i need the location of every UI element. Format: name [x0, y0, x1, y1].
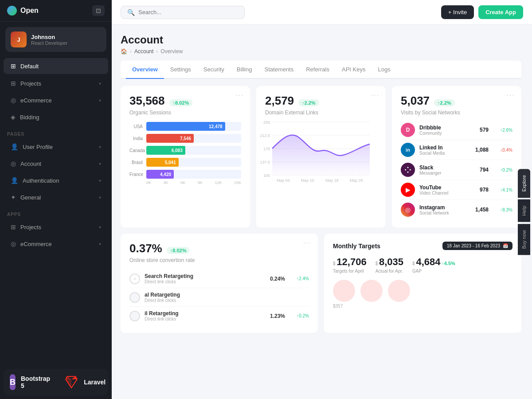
chevron-down-icon2: ▾ — [99, 98, 101, 103]
stat-more-1[interactable]: ··· — [235, 91, 244, 99]
stats-grid: ··· 35,568 ↑8.02% Organic Sessions USA 1… — [121, 86, 521, 227]
explore-panel[interactable]: Explore — [518, 169, 530, 198]
sidebar-item-ecommerce[interactable]: ◎ eCommerce ▾ — [4, 93, 108, 108]
conv-badge: ↑8.02% — [167, 247, 190, 254]
gap: $ 4,684 ↑4.5% GAP — [412, 256, 455, 274]
tab-overview[interactable]: Overview — [126, 61, 164, 79]
stat-more-3[interactable]: ··· — [507, 91, 515, 99]
user-profile-label: User Profile — [23, 144, 53, 150]
breadcrumb: 🏠 › Account › Overview — [121, 48, 521, 55]
tab-referrals[interactable]: Referrals — [300, 61, 336, 78]
account-icon: ◎ — [11, 160, 16, 167]
stat-more-2[interactable]: ··· — [371, 91, 379, 99]
social-row-dribbble: D Dribbble Community 579 ↑2.6% — [401, 120, 512, 140]
social-row-slack: Slack Messanger 794 ↑0.2% — [401, 160, 512, 180]
bidding-label: Bidding — [20, 114, 39, 121]
page-title: Account — [121, 34, 521, 46]
sidebar-item-projects-app[interactable]: ⊞ Projects ▾ — [4, 219, 108, 235]
sidebar-item-ecommerce-app[interactable]: ◎ eCommerce ▾ — [4, 236, 108, 251]
sidebar-item-general[interactable]: ✦ General ▾ — [4, 190, 108, 205]
svg-rect-20 — [410, 169, 411, 171]
sidebar-bottom-overlay: B Bootstrap 5 Laravel — [4, 369, 108, 395]
retarget-row-2: al Retargeting Direct link clicks — [129, 288, 309, 307]
sidebar-item-projects[interactable]: ⊞ Projects ▾ — [4, 76, 108, 91]
targets-row: $ 12,706 Targets for April $ 8,035 Actua… — [333, 256, 512, 274]
svg-text:175: 175 — [263, 147, 270, 151]
home-icon[interactable]: 🏠 — [121, 48, 127, 55]
monthly-targets-card: Monthly Targets 18 Jan 2023 - 16 Feb 202… — [324, 234, 521, 333]
sidebar-item-account[interactable]: ◎ Account ▾ — [4, 156, 108, 171]
chevron-down-icon: ▾ — [99, 81, 101, 86]
ecommerce-label: eCommerce — [20, 97, 52, 104]
sidebar-toggle[interactable]: ⊡ — [92, 5, 105, 16]
svg-text:May 18: May 18 — [325, 178, 339, 183]
sidebar-item-authentication[interactable]: 👤 Authentication ▾ — [4, 173, 108, 188]
sidebar-item-default[interactable]: ⊞ Default — [4, 58, 108, 74]
target-april: $ 12,706 Targets for April — [333, 256, 367, 274]
chevron-down-icon3: ▾ — [99, 145, 101, 149]
app-name: Open — [20, 7, 39, 15]
svg-text:212.5: 212.5 — [260, 133, 270, 138]
topbar-actions: + Invite Create App — [441, 5, 523, 19]
user-card: J Johnson React Developer — [5, 27, 106, 52]
stat-value-3: 5,037 ↑2.2% — [401, 94, 512, 108]
stat-value-1: 35,568 ↑8.02% — [129, 94, 241, 108]
general-icon: ✦ — [11, 194, 16, 201]
targets-april-val: 12,706 — [336, 256, 366, 267]
invite-button[interactable]: + Invite — [441, 5, 474, 19]
stat-label-2: Domain External Links — [265, 110, 377, 116]
social-row-instagram: ◎ Instagram Social Network 1,458 ↑8.3% — [401, 200, 512, 219]
page-header: Account 🏠 › Account › Overview — [121, 34, 521, 55]
logo: Open — [7, 6, 39, 16]
projects-app-label: Projects — [20, 224, 41, 231]
conversion-card: ··· 0.37% ↑8.02% Online store convertion… — [121, 234, 318, 333]
tab-statements[interactable]: Statements — [258, 61, 300, 78]
breadcrumb-sep2: › — [156, 48, 158, 55]
buy-now-panel[interactable]: Buy now — [518, 224, 530, 255]
avatar: J — [11, 31, 27, 47]
chevron-down-icon6: ▾ — [99, 195, 101, 200]
stat-social-visits: ··· 5,037 ↑2.2% Visits by Social Network… — [392, 86, 521, 227]
ecommerce-app-label: eCommerce — [20, 241, 52, 247]
bidding-icon: ◈ — [11, 113, 16, 121]
stat-badge-3: ↑2.2% — [434, 99, 455, 106]
laravel-label: Laravel — [84, 379, 106, 386]
grid-icon: ⊞ — [11, 63, 16, 70]
svg-rect-21 — [407, 172, 409, 173]
svg-text:100: 100 — [263, 173, 270, 178]
sidebar-header: Open ⊡ — [0, 0, 112, 22]
svg-text:137.5: 137.5 — [260, 160, 270, 164]
help-panel[interactable]: Help — [518, 200, 530, 222]
tab-logs[interactable]: Logs — [372, 61, 396, 78]
account-label: Account — [20, 160, 41, 167]
default-label: Default — [20, 63, 39, 70]
tab-settings[interactable]: Settings — [164, 61, 197, 78]
breadcrumb-account[interactable]: Account — [134, 48, 153, 55]
breadcrumb-sep1: › — [130, 48, 132, 55]
gap-val: 4,684 — [416, 256, 440, 267]
create-app-button[interactable]: Create App — [478, 5, 523, 19]
user-role: React Developer — [31, 40, 67, 46]
right-side-panels: Explore Help Buy now — [516, 25, 532, 399]
tab-security[interactable]: Security — [197, 61, 231, 78]
sidebar-item-bidding[interactable]: ◈ Bidding — [4, 110, 108, 125]
svg-text:250: 250 — [263, 120, 270, 125]
user-info: Johnson React Developer — [31, 34, 67, 46]
content: Account 🏠 › Account › Overview Overview … — [112, 25, 532, 399]
svg-rect-18 — [405, 169, 406, 171]
search-icon: 🔍 — [127, 9, 135, 16]
general-label: General — [20, 194, 41, 201]
stat-more-4[interactable]: ··· — [303, 239, 312, 247]
sidebar-item-user-profile[interactable]: 👤 User Profile ▾ — [4, 139, 108, 154]
chevron-down-icon8: ▾ — [99, 242, 101, 246]
targets-title: Monthly Targets — [333, 243, 380, 250]
tab-billing[interactable]: Billing — [231, 61, 258, 78]
auth-label: Authentication — [23, 177, 59, 184]
bottom-grid: ··· 0.37% ↑8.02% Online store convertion… — [121, 234, 521, 333]
tab-api-keys[interactable]: API Keys — [336, 61, 372, 78]
date-range: 18 Jan 2023 - 16 Feb 2023 — [447, 243, 500, 248]
svg-text:May 26: May 26 — [350, 178, 363, 183]
main-area: 🔍 + Invite Create App Account 🏠 › Accoun… — [112, 0, 532, 399]
search-input[interactable] — [138, 9, 238, 16]
topbar: 🔍 + Invite Create App — [112, 0, 532, 25]
